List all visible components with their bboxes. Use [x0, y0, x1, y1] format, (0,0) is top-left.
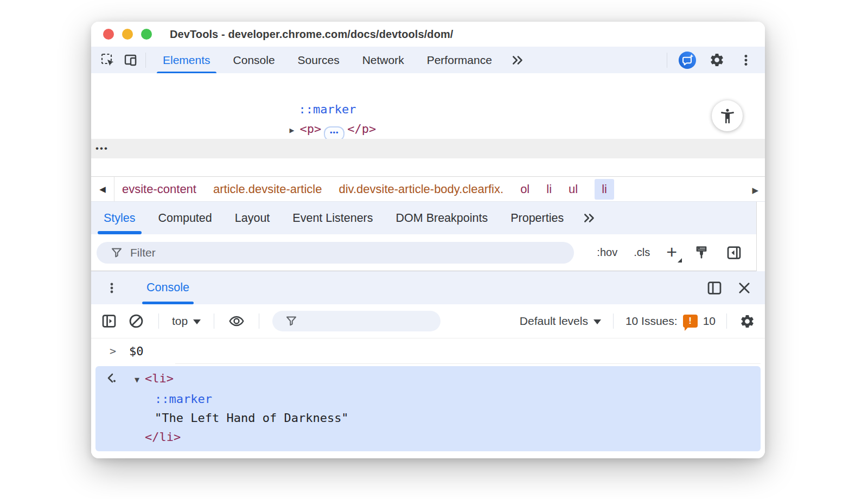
tab-layout[interactable]: Layout	[224, 202, 282, 234]
main-toolbar: Elements Console Sources Network Perform…	[91, 47, 765, 73]
breadcrumb: evsite-content article.devsite-article d…	[122, 179, 749, 200]
dom-row-p[interactable]: ▶<p></p>	[91, 100, 765, 119]
dom-row-li-selected[interactable]: ••• ▶<li></li>==$0	[91, 139, 765, 158]
drawer-kebab-menu-icon[interactable]	[105, 282, 118, 295]
styles-filter-field	[97, 242, 574, 264]
console-drawer-header: Console	[91, 271, 765, 304]
tab-dom-breakpoints[interactable]: DOM Breakpoints	[385, 202, 500, 234]
dom-row-marker[interactable]: ::marker	[91, 80, 765, 100]
toolbar-divider	[158, 314, 159, 329]
drawer-tab-console[interactable]: Console	[139, 271, 197, 304]
settings-gear-icon[interactable]	[707, 51, 726, 69]
dom-row-ul[interactable]: ▼<ul>	[91, 119, 765, 139]
styles-filter-input[interactable]	[97, 242, 574, 264]
toggle-hover-state-button[interactable]: :hov	[597, 246, 617, 259]
device-toolbar-icon[interactable]	[122, 51, 140, 69]
kebab-menu-icon[interactable]	[737, 51, 755, 69]
more-sidebar-tabs-icon[interactable]	[575, 202, 604, 234]
accessibility-widget-button[interactable]	[712, 100, 743, 131]
tab-console[interactable]: Console	[222, 47, 286, 73]
result-li-open[interactable]: ▼<li>	[95, 369, 761, 389]
styles-filter-row: :hov .cls +	[91, 234, 765, 271]
console-toolbar: top Default levels 10 Issues: ! 10	[91, 304, 765, 338]
tab-elements[interactable]: Elements	[151, 47, 222, 73]
arrow-right-icon: ▶	[752, 185, 758, 195]
ai-assistant-icon[interactable]	[678, 51, 697, 69]
clear-console-icon[interactable]	[127, 312, 145, 330]
zoom-window-button[interactable]	[141, 29, 152, 40]
breadcrumb-item[interactable]: li	[546, 182, 552, 196]
breadcrumb-item[interactable]: ol	[520, 182, 529, 196]
console-filter-field[interactable]	[272, 311, 441, 331]
dock-sidebar-left-icon[interactable]	[726, 245, 742, 261]
context-selector[interactable]: top	[172, 315, 201, 328]
result-marker[interactable]: ::marker	[95, 389, 761, 408]
minimize-window-button[interactable]	[122, 29, 133, 40]
filter-funnel-icon	[111, 247, 123, 259]
titlebar: DevTools - developer.chrome.com/docs/dev…	[91, 22, 765, 47]
command-text: $0	[129, 344, 144, 358]
styles-sidebar-tabs: Styles Computed Layout Event Listeners D…	[91, 202, 765, 234]
breadcrumb-scroll-right-button[interactable]: ▶	[749, 182, 762, 196]
collapse-arrow-icon[interactable]: ▼	[135, 370, 145, 389]
issues-counter[interactable]: 10 Issues: ! 10	[626, 315, 716, 328]
tab-event-listeners[interactable]: Event Listeners	[281, 202, 384, 234]
console-output: > $0 ▼<li> ::marker "The Left Hand of Da…	[91, 338, 765, 458]
corner-triangle-icon	[678, 258, 682, 263]
tab-properties[interactable]: Properties	[499, 202, 575, 234]
tab-network[interactable]: Network	[351, 47, 416, 73]
toolbar-divider	[145, 53, 146, 68]
tab-sources[interactable]: Sources	[286, 47, 351, 73]
chevron-down-icon	[593, 319, 601, 324]
toolbar-divider	[214, 314, 214, 329]
close-drawer-icon[interactable]	[737, 280, 752, 296]
tab-styles[interactable]: Styles	[92, 202, 147, 234]
toggle-element-classes-button[interactable]: .cls	[634, 246, 650, 259]
tab-performance[interactable]: Performance	[416, 47, 503, 73]
breadcrumb-item[interactable]: ul	[569, 182, 578, 196]
toolbar-divider	[667, 53, 667, 68]
more-panels-icon[interactable]	[503, 47, 533, 73]
result-divider	[175, 363, 761, 364]
breadcrumb-item[interactable]: article.devsite-article	[213, 182, 322, 196]
dom-row-li[interactable]: ▶<li></li>	[91, 158, 765, 176]
toolbar-divider	[726, 314, 727, 329]
live-expression-eye-icon[interactable]	[227, 312, 246, 330]
issue-warning-icon: !	[683, 315, 698, 328]
rendering-brush-icon[interactable]	[693, 245, 710, 261]
new-style-rule-button[interactable]: +	[666, 245, 677, 260]
styles-scrollbar-gutter[interactable]	[756, 202, 765, 271]
command-prompt-chevron: >	[110, 344, 116, 357]
inspect-element-icon[interactable]	[99, 51, 117, 69]
window-title: DevTools - developer.chrome.com/docs/dev…	[170, 28, 454, 41]
panel-tabs: Elements Console Sources Network Perform…	[151, 47, 533, 73]
elements-dom-tree: ::marker ▶<p></p> ▼<ul> ••• ▶<li></li>==…	[91, 73, 765, 176]
chevron-down-icon	[193, 319, 201, 324]
devtools-window: DevTools - developer.chrome.com/docs/dev…	[91, 22, 765, 458]
return-value-icon	[106, 373, 117, 383]
traffic-lights	[103, 29, 152, 40]
close-window-button[interactable]	[103, 29, 114, 40]
log-levels-selector[interactable]: Default levels	[520, 315, 601, 328]
breadcrumb-scroll-left-button[interactable]: ◀	[91, 177, 114, 201]
breadcrumb-item-selected[interactable]: li	[595, 179, 614, 200]
dom-row-clipped	[91, 73, 765, 80]
accessibility-person-icon	[719, 107, 736, 125]
result-li-close[interactable]: </li>	[95, 427, 761, 446]
console-settings-gear-icon[interactable]	[738, 312, 756, 330]
console-result-block[interactable]: ▼<li> ::marker "The Left Hand of Darknes…	[95, 366, 761, 451]
tab-computed[interactable]: Computed	[147, 202, 224, 234]
console-command-row[interactable]: > $0	[91, 338, 765, 363]
toolbar-divider	[613, 314, 614, 329]
breadcrumb-item[interactable]: evsite-content	[122, 182, 196, 196]
split-panel-icon[interactable]	[706, 280, 723, 296]
result-text-node[interactable]: "The Left Hand of Darkness"	[95, 408, 761, 427]
filter-funnel-icon	[285, 315, 297, 327]
arrow-left-icon: ◀	[99, 184, 106, 194]
node-options-icon[interactable]: •••	[95, 139, 108, 158]
console-sidebar-icon[interactable]	[100, 312, 118, 330]
dom-breadcrumb-bar: ◀ evsite-content article.devsite-article…	[91, 176, 765, 202]
breadcrumb-item[interactable]: div.devsite-article-body.clearfix.	[339, 182, 503, 196]
toolbar-divider	[259, 314, 259, 329]
